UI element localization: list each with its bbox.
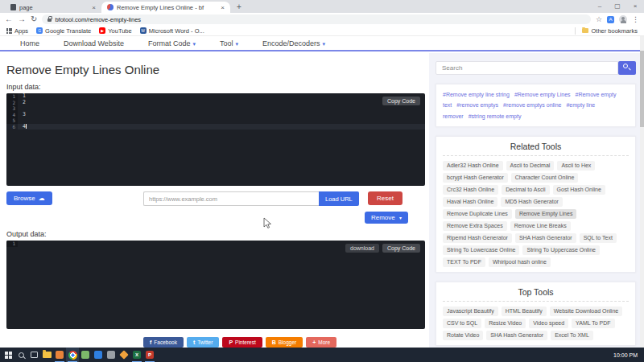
app-glyph [119, 350, 128, 359]
chip-decimal-to-ascii[interactable]: Decimal to Ascii [502, 185, 549, 195]
search-button[interactable] [618, 61, 636, 75]
app-icon-gray[interactable] [105, 348, 118, 362]
chip-remove-extra-spaces[interactable]: Remove Extra Spaces [443, 221, 507, 231]
bookmark-items: GGoogle Translate▶YouTubeWMicrosoft Word… [36, 27, 204, 35]
chip-remove-line-breaks[interactable]: Remove Line Breaks [510, 221, 571, 231]
chip-whirlpool-hash-online[interactable]: Whirlpool hash online [489, 257, 551, 267]
url-field[interactable]: bfotool.com/remove-empty-lines [42, 14, 591, 24]
apps-shortcut[interactable]: Apps [6, 27, 28, 35]
output-data-label: Output data: [6, 230, 425, 238]
chip-string-to-uppercase-online[interactable]: String To Uppercase Online [522, 245, 599, 255]
other-bookmarks[interactable]: Other bookmarks [575, 27, 638, 35]
chip-website-download-online[interactable]: Website Download Online [550, 306, 622, 316]
close-icon[interactable]: × [92, 4, 96, 11]
chip-resize-video[interactable]: Resize Video [485, 319, 526, 328]
scrollbar-thumb[interactable] [640, 51, 644, 127]
close-window-button[interactable]: × [626, 0, 644, 13]
tab-page[interactable]: page × [5, 2, 101, 13]
powerpoint-icon[interactable]: P [143, 348, 156, 362]
profile-avatar[interactable] [619, 15, 627, 23]
share-blogger-button[interactable]: BBlogger [266, 337, 303, 348]
hashtag-link[interactable]: #string remote empty [469, 113, 522, 119]
start-icon[interactable] [2, 348, 14, 362]
browse-button[interactable]: Browse ☁ [6, 191, 52, 205]
app-icon-notes[interactable] [79, 348, 92, 362]
nav-item-tool[interactable]: Tool▾ [208, 39, 250, 47]
bookmarks-bar: Apps GGoogle Translate▶YouTubeWMicrosoft… [0, 26, 644, 36]
nav-item-download-website[interactable]: Download Website [52, 39, 136, 47]
social-share-row: fFacebooktTwitterPPinterestBBlogger+More [143, 337, 425, 348]
tab-remove-empty-lines[interactable]: Remove Empty Lines Online - bf × [101, 2, 230, 13]
chip-yaml-to-pdf[interactable]: YAML To PDF [572, 319, 614, 328]
remove-button[interactable]: Remove ▾ [365, 212, 408, 224]
copy-code-button[interactable]: Copy Code [382, 97, 420, 105]
back-button[interactable]: ← [5, 15, 13, 23]
minimize-button[interactable]: – [591, 0, 609, 13]
kebab-menu-icon[interactable]: ⋮ [632, 16, 639, 23]
refresh-button[interactable]: ↻ [31, 15, 37, 23]
nav-item-home[interactable]: Home [8, 39, 52, 47]
share-pinterest-button[interactable]: PPinterest [222, 337, 262, 348]
chip-ascii-to-decimal[interactable]: Ascii to Decimal [506, 161, 555, 171]
section-title: Related Tools [443, 142, 629, 156]
load-url-button[interactable]: Load URL [319, 191, 359, 206]
chip-gost-hash-online[interactable]: Gost Hash Online [553, 185, 605, 195]
share-twitter-button[interactable]: tTwitter [187, 337, 220, 348]
close-icon[interactable]: × [221, 4, 225, 11]
hashtag-link[interactable]: #Remove empty line string [443, 92, 510, 97]
chip-html-beautify[interactable]: HTML Beautify [502, 306, 547, 316]
download-button[interactable]: download [345, 244, 379, 253]
bookmark-google-translate[interactable]: GGoogle Translate [36, 27, 91, 35]
chip-javascript-beautify[interactable]: Javascript Beautify [443, 306, 498, 316]
translate-icon[interactable]: A [607, 16, 614, 23]
bookmark-star-icon[interactable]: ☆ [596, 16, 602, 23]
file-explorer-icon[interactable] [40, 348, 53, 362]
chip-rotate-video[interactable]: Rotate Video [443, 331, 483, 340]
nav-item-format-code[interactable]: Format Code▾ [136, 39, 208, 47]
hashtag-link[interactable]: #Remove empty Lines [514, 92, 571, 97]
hashtag-link[interactable]: #remove emptys [456, 102, 498, 108]
forward-button[interactable]: → [18, 15, 26, 23]
output-editor[interactable]: 1 download Copy Code [6, 241, 425, 329]
chip-excel-to-xml[interactable]: Excel To XML [551, 331, 593, 340]
share-more-button[interactable]: +More [306, 337, 336, 348]
chip-crc32-hash-online[interactable]: Crc32 Hash Online [443, 185, 498, 195]
task-view-icon[interactable] [27, 348, 40, 362]
chip-adler32-hash-online[interactable]: Adler32 Hash Online [443, 161, 503, 171]
chip-remove-duplicate-lines[interactable]: Remove Duplicate Lines [443, 209, 512, 219]
chip-video-speed[interactable]: Video speed [529, 319, 568, 328]
bookmark-youtube[interactable]: ▶YouTube [99, 27, 131, 35]
chip-ascii-to-hex[interactable]: Ascii to Hex [557, 161, 595, 171]
chip-character-count-online[interactable]: Character Count Online [511, 173, 579, 183]
input-editor[interactable]: 1122343564 Copy Code [6, 93, 425, 186]
chip-text-to-pdf[interactable]: TEXT To PDF [443, 257, 485, 267]
chip-sql-to-text[interactable]: SQL to Text [580, 233, 617, 243]
bookmark-microsoft-word-o[interactable]: WMicrosoft Word - O... [140, 27, 204, 35]
share-facebook-button[interactable]: fFacebook [143, 337, 184, 348]
chrome-icon[interactable] [66, 348, 79, 362]
new-tab-button[interactable]: + [237, 2, 242, 13]
chip-ripemd-hash-generator[interactable]: Ripemd Hash Generator [443, 233, 512, 243]
app-icon-diamond[interactable] [118, 348, 130, 362]
search-icon[interactable] [14, 348, 27, 362]
app-icon-orange[interactable] [53, 348, 66, 362]
chip-sha-hash-generator[interactable]: SHA Hash Generator [486, 331, 547, 340]
chip-string-to-lowercase-online[interactable]: String To Lowercase Online [443, 245, 519, 255]
search-input[interactable] [436, 61, 618, 75]
chip-haval-hash-online[interactable]: Haval Hash Online [443, 197, 497, 207]
hashtag-link[interactable]: #remove emptys online [503, 102, 561, 108]
url-input[interactable] [143, 191, 319, 206]
chip-csv-to-sql[interactable]: CSV to SQL [443, 319, 481, 328]
page-scrollbar[interactable] [640, 36, 644, 348]
site-favicon [107, 4, 114, 10]
chip-md5-hash-generator[interactable]: MD5 Hash Generator [501, 197, 563, 207]
chip-sha-hash-generator[interactable]: SHA Hash Generator [515, 233, 576, 243]
excel-icon[interactable]: X [130, 348, 143, 362]
maximize-button[interactable]: ▢ [609, 0, 626, 13]
chip-remove-empty-lines[interactable]: Remove Empty Lines [515, 209, 577, 219]
copy-code-button[interactable]: Copy Code [382, 244, 420, 253]
app-icon-blue[interactable] [92, 348, 105, 362]
nav-item-encode-decoders[interactable]: Encode/Decoders▾ [250, 39, 337, 47]
chip-bcrypt-hash-generator[interactable]: bcrypt Hash Generator [443, 173, 508, 183]
reset-button[interactable]: Reset [368, 191, 402, 205]
